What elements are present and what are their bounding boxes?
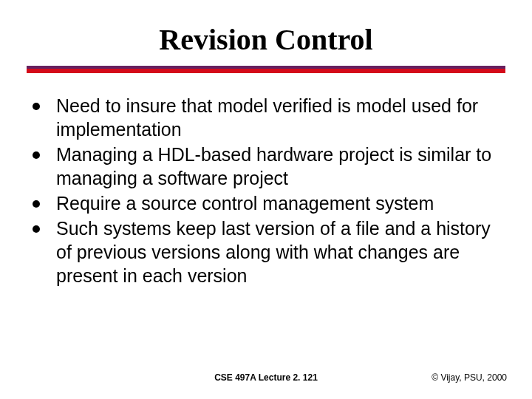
list-item: Managing a HDL-based hardware project is… [31, 143, 501, 190]
bullet-text: Require a source control management syst… [56, 191, 434, 215]
bullet-text: Such systems keep last version of a file… [56, 216, 501, 287]
bullet-text: Managing a HDL-based hardware project is… [56, 143, 501, 190]
bullet-icon [33, 103, 40, 110]
bullet-icon [33, 151, 40, 159]
divider-red [27, 69, 505, 73]
slide-title: Revision Control [27, 22, 505, 57]
footer-copyright: © Vijay, PSU, 2000 [432, 372, 507, 383]
list-item: Such systems keep last version of a file… [31, 216, 501, 287]
footer: CSE 497A Lecture 2. 121 © Vijay, PSU, 20… [0, 372, 532, 383]
bullet-icon [33, 200, 40, 208]
title-divider [27, 66, 505, 76]
bullet-list: Need to insure that model verified is mo… [27, 94, 505, 287]
list-item: Require a source control management syst… [31, 191, 501, 215]
bullet-text: Need to insure that model verified is mo… [56, 94, 501, 141]
list-item: Need to insure that model verified is mo… [31, 94, 501, 141]
bullet-icon [33, 225, 40, 233]
slide: Revision Control Need to insure that mod… [0, 0, 532, 399]
